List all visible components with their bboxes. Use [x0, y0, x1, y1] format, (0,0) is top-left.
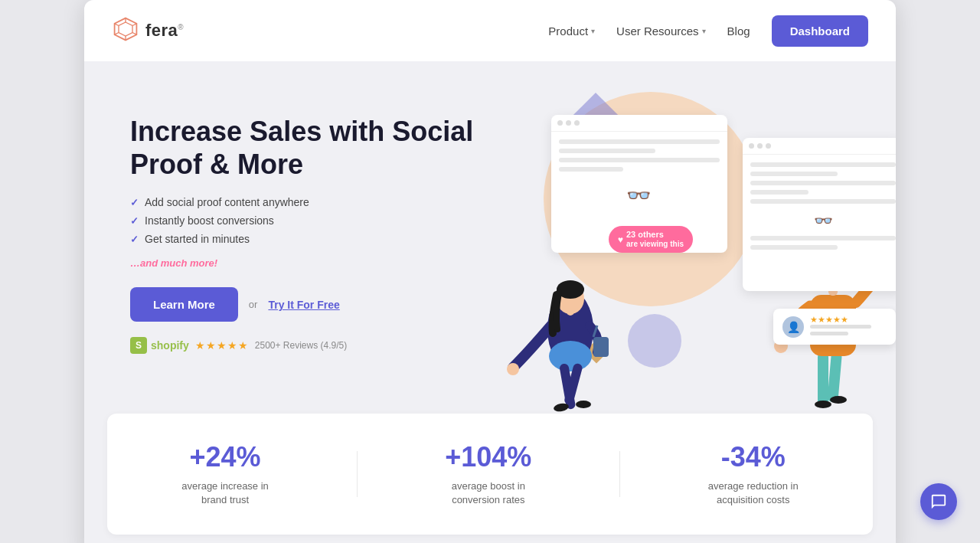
svg-point-22	[815, 401, 831, 408]
user-resources-chevron-icon: ▾	[702, 27, 706, 35]
svg-point-14	[507, 363, 519, 375]
svg-point-23	[830, 396, 847, 404]
card-right-topbar	[743, 138, 896, 155]
logo-text: fera®	[145, 21, 184, 41]
svg-rect-17	[567, 305, 574, 316]
navbar: fera® Product ▾ User Resources ▾ Blog Da…	[84, 0, 896, 61]
shopify-name: shopify	[151, 339, 189, 352]
hero-bullets: ✓ Add social proof content anywhere ✓ In…	[130, 196, 482, 245]
review-stars: ★★★★★	[810, 315, 871, 325]
stat-conversion: +104% average boost inconversion rates	[445, 441, 531, 507]
hero-content: Increase Sales with Social Proof & More …	[130, 84, 482, 354]
review-content: ★★★★★	[810, 315, 871, 339]
reviews-count: 2500+ Reviews (4.9/5)	[255, 340, 347, 351]
logo[interactable]: fera®	[112, 15, 184, 46]
hero-section: Increase Sales with Social Proof & More …	[84, 61, 896, 414]
svg-marker-1	[119, 22, 132, 36]
nav-user-resources[interactable]: User Resources ▾	[616, 25, 706, 38]
hero-illustration: 👓 ♥ 23 others are viewing this	[467, 77, 896, 414]
notification-text: 23 others are viewing this	[626, 230, 684, 249]
card-dot-1	[557, 120, 563, 126]
card-right-dot-1	[749, 143, 754, 149]
star-rating: ★★★★★	[195, 339, 249, 352]
card-right-dot-2	[757, 143, 763, 149]
review-card: 👤 ★★★★★	[773, 309, 896, 345]
check-icon-2: ✓	[130, 215, 139, 227]
stat-label-conversion: average boost inconversion rates	[445, 479, 531, 507]
card-topbar	[551, 115, 727, 132]
review-avatar: 👤	[782, 316, 804, 338]
product-chevron-icon: ▾	[591, 27, 595, 35]
svg-rect-20	[818, 352, 828, 406]
svg-point-13	[576, 401, 591, 408]
or-label: or	[249, 299, 258, 310]
card-line-3	[559, 158, 720, 162]
stat-divider-1	[357, 451, 358, 497]
svg-rect-15	[593, 337, 609, 357]
bullet-3: ✓ Get started in minutes	[130, 233, 482, 245]
check-icon-1: ✓	[130, 197, 139, 208]
stat-brand-trust: +24% average increase inbrand trust	[181, 441, 268, 507]
glasses-main-icon: 👓	[626, 184, 652, 208]
glasses-small-icon: 👓	[814, 211, 833, 230]
card-dot-2	[566, 120, 571, 126]
stat-value-acquisition: -34%	[708, 441, 799, 473]
nav-links: Product ▾ User Resources ▾ Blog Dashboar…	[548, 15, 868, 47]
dashboard-button[interactable]: Dashboard	[772, 15, 868, 47]
nav-product[interactable]: Product ▾	[548, 25, 595, 38]
svg-rect-10	[559, 363, 576, 410]
shopify-bag-icon: S	[130, 337, 147, 354]
check-icon-3: ✓	[130, 234, 139, 245]
stat-divider-2	[619, 451, 620, 497]
nav-blog[interactable]: Blog	[727, 25, 750, 38]
svg-point-18	[557, 283, 584, 314]
notification-bubble: ♥ 23 others are viewing this	[609, 226, 693, 253]
glasses-area: 👓	[559, 184, 720, 208]
hero-title: Increase Sales with Social Proof & More	[130, 115, 482, 181]
stat-label-acquisition: average reduction inacquisition costs	[708, 479, 799, 507]
stat-acquisition: -34% average reduction inacquisition cos…	[708, 441, 799, 507]
svg-point-19	[557, 280, 584, 299]
card-right-dot-3	[766, 143, 771, 149]
svg-point-8	[547, 291, 593, 368]
card-right-content: 👓	[743, 155, 896, 262]
review-lines	[810, 325, 871, 335]
shopify-logo: S shopify	[130, 337, 189, 354]
heart-icon: ♥	[618, 234, 623, 245]
stats-section: +24% average increase inbrand trust +104…	[107, 414, 873, 535]
svg-point-12	[553, 402, 569, 412]
svg-line-16	[593, 325, 597, 337]
card-content-lines: 👓	[551, 132, 727, 215]
browser-window: fera® Product ▾ User Resources ▾ Blog Da…	[84, 0, 896, 543]
chat-icon	[930, 493, 947, 510]
hero-and-more: …and much more!	[130, 257, 482, 269]
card-line-1	[559, 139, 720, 144]
bullet-2: ✓ Instantly boost conversions	[130, 214, 482, 227]
svg-rect-21	[827, 352, 842, 402]
stat-label-brand-trust: average increase inbrand trust	[181, 479, 268, 507]
card-line-2	[559, 149, 655, 153]
logo-icon	[112, 15, 139, 46]
glasses-right-area: 👓	[750, 211, 896, 230]
browser-mockup-right: 👓	[743, 138, 896, 291]
chat-button[interactable]	[920, 483, 957, 520]
try-free-button[interactable]: Try It For Free	[268, 299, 339, 311]
hero-actions: Learn More or Try It For Free	[130, 287, 482, 322]
svg-rect-11	[564, 362, 583, 405]
card-dot-3	[574, 120, 580, 126]
stat-value-conversion: +104%	[445, 441, 531, 473]
shopify-badge: S shopify ★★★★★ 2500+ Reviews (4.9/5)	[130, 337, 482, 354]
learn-more-button[interactable]: Learn More	[130, 287, 238, 322]
card-line-4	[559, 167, 623, 172]
stat-value-brand-trust: +24%	[181, 441, 268, 473]
bullet-1: ✓ Add social proof content anywhere	[130, 196, 482, 208]
svg-point-9	[549, 341, 592, 371]
